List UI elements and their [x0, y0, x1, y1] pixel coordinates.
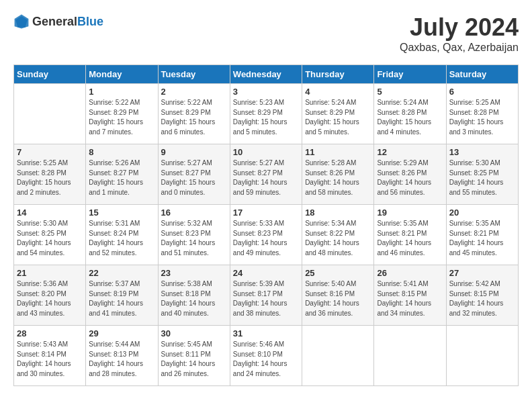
day-info: Sunrise: 5:29 AM Sunset: 8:26 PM Dayligh…: [377, 158, 443, 197]
calendar-cell: 16Sunrise: 5:32 AM Sunset: 8:23 PM Dayli…: [158, 205, 230, 265]
calendar-body: 1Sunrise: 5:22 AM Sunset: 8:29 PM Daylig…: [14, 84, 519, 386]
calendar-cell: 17Sunrise: 5:33 AM Sunset: 8:23 PM Dayli…: [230, 205, 302, 265]
day-number: 26: [377, 268, 443, 278]
calendar-week-1: 1Sunrise: 5:22 AM Sunset: 8:29 PM Daylig…: [14, 84, 519, 144]
day-number: 3: [233, 87, 299, 97]
day-number: 21: [17, 268, 83, 278]
day-number: 22: [89, 268, 154, 278]
day-info: Sunrise: 5:24 AM Sunset: 8:28 PM Dayligh…: [377, 98, 443, 137]
day-number: 27: [449, 268, 515, 278]
day-number: 23: [161, 268, 227, 278]
page-header: GeneralBlue July 2024 Qaxbas, Qax, Azerb…: [13, 13, 519, 54]
calendar-cell: 31Sunrise: 5:46 AM Sunset: 8:10 PM Dayli…: [230, 326, 302, 386]
calendar-cell: 8Sunrise: 5:26 AM Sunset: 8:27 PM Daylig…: [86, 144, 158, 205]
day-info: Sunrise: 5:30 AM Sunset: 8:25 PM Dayligh…: [449, 158, 515, 197]
day-info: Sunrise: 5:41 AM Sunset: 8:15 PM Dayligh…: [377, 279, 443, 318]
day-number: 7: [17, 147, 83, 157]
day-number: 15: [89, 208, 154, 218]
calendar-cell: 21Sunrise: 5:36 AM Sunset: 8:20 PM Dayli…: [14, 265, 86, 326]
day-number: 18: [305, 208, 371, 218]
calendar-table: SundayMondayTuesdayWednesdayThursdayFrid…: [13, 64, 519, 386]
day-number: 9: [161, 147, 227, 157]
day-number: 17: [233, 208, 299, 218]
day-info: Sunrise: 5:28 AM Sunset: 8:26 PM Dayligh…: [305, 158, 371, 197]
calendar-week-5: 28Sunrise: 5:43 AM Sunset: 8:14 PM Dayli…: [14, 326, 519, 386]
day-number: 28: [17, 328, 83, 338]
calendar-cell: [302, 326, 374, 386]
day-info: Sunrise: 5:24 AM Sunset: 8:29 PM Dayligh…: [305, 98, 371, 137]
calendar-cell: 15Sunrise: 5:31 AM Sunset: 8:24 PM Dayli…: [86, 205, 158, 265]
day-number: 16: [161, 208, 227, 218]
day-number: 8: [89, 147, 154, 157]
calendar-cell: 25Sunrise: 5:40 AM Sunset: 8:16 PM Dayli…: [302, 265, 374, 326]
calendar-cell: 20Sunrise: 5:35 AM Sunset: 8:21 PM Dayli…: [446, 205, 518, 265]
weekday-header-row: SundayMondayTuesdayWednesdayThursdayFrid…: [14, 65, 519, 84]
day-info: Sunrise: 5:38 AM Sunset: 8:18 PM Dayligh…: [161, 279, 227, 318]
day-info: Sunrise: 5:27 AM Sunset: 8:27 PM Dayligh…: [233, 158, 299, 197]
day-info: Sunrise: 5:25 AM Sunset: 8:28 PM Dayligh…: [17, 158, 83, 197]
calendar-week-3: 14Sunrise: 5:30 AM Sunset: 8:25 PM Dayli…: [14, 205, 519, 265]
calendar-cell: 23Sunrise: 5:38 AM Sunset: 8:18 PM Dayli…: [158, 265, 230, 326]
day-info: Sunrise: 5:34 AM Sunset: 8:22 PM Dayligh…: [305, 219, 371, 258]
day-info: Sunrise: 5:35 AM Sunset: 8:21 PM Dayligh…: [377, 219, 443, 258]
day-info: Sunrise: 5:33 AM Sunset: 8:23 PM Dayligh…: [233, 219, 299, 258]
calendar-cell: 7Sunrise: 5:25 AM Sunset: 8:28 PM Daylig…: [14, 144, 86, 205]
weekday-friday: Friday: [374, 65, 446, 84]
weekday-thursday: Thursday: [302, 65, 374, 84]
calendar-cell: 18Sunrise: 5:34 AM Sunset: 8:22 PM Dayli…: [302, 205, 374, 265]
calendar-cell: 30Sunrise: 5:45 AM Sunset: 8:11 PM Dayli…: [158, 326, 230, 386]
calendar-cell: 24Sunrise: 5:39 AM Sunset: 8:17 PM Dayli…: [230, 265, 302, 326]
calendar-cell: 9Sunrise: 5:27 AM Sunset: 8:27 PM Daylig…: [158, 144, 230, 205]
calendar-cell: [14, 84, 86, 144]
day-number: 6: [449, 87, 515, 97]
calendar-cell: 2Sunrise: 5:22 AM Sunset: 8:29 PM Daylig…: [158, 84, 230, 144]
day-number: 12: [377, 147, 443, 157]
day-info: Sunrise: 5:43 AM Sunset: 8:14 PM Dayligh…: [17, 340, 83, 379]
day-number: 31: [233, 328, 299, 338]
day-info: Sunrise: 5:22 AM Sunset: 8:29 PM Dayligh…: [89, 98, 154, 137]
day-number: 24: [233, 268, 299, 278]
day-number: 20: [449, 208, 515, 218]
day-number: 10: [233, 147, 299, 157]
day-info: Sunrise: 5:39 AM Sunset: 8:17 PM Dayligh…: [233, 279, 299, 318]
logo-icon: [13, 13, 30, 30]
day-info: Sunrise: 5:46 AM Sunset: 8:10 PM Dayligh…: [233, 340, 299, 379]
calendar-cell: 14Sunrise: 5:30 AM Sunset: 8:25 PM Dayli…: [14, 205, 86, 265]
day-info: Sunrise: 5:30 AM Sunset: 8:25 PM Dayligh…: [17, 219, 83, 258]
day-number: 13: [449, 147, 515, 157]
day-number: 14: [17, 208, 83, 218]
calendar-cell: 13Sunrise: 5:30 AM Sunset: 8:25 PM Dayli…: [446, 144, 518, 205]
calendar-week-4: 21Sunrise: 5:36 AM Sunset: 8:20 PM Dayli…: [14, 265, 519, 326]
day-number: 1: [89, 87, 154, 97]
calendar-cell: 22Sunrise: 5:37 AM Sunset: 8:19 PM Dayli…: [86, 265, 158, 326]
day-number: 29: [89, 328, 154, 338]
calendar-cell: 10Sunrise: 5:27 AM Sunset: 8:27 PM Dayli…: [230, 144, 302, 205]
calendar-cell: [446, 326, 518, 386]
calendar-cell: 4Sunrise: 5:24 AM Sunset: 8:29 PM Daylig…: [302, 84, 374, 144]
weekday-tuesday: Tuesday: [158, 65, 230, 84]
day-number: 11: [305, 147, 371, 157]
logo-blue-text: Blue: [77, 15, 103, 28]
day-info: Sunrise: 5:45 AM Sunset: 8:11 PM Dayligh…: [161, 340, 227, 379]
day-info: Sunrise: 5:37 AM Sunset: 8:19 PM Dayligh…: [89, 279, 154, 318]
calendar-cell: 19Sunrise: 5:35 AM Sunset: 8:21 PM Dayli…: [374, 205, 446, 265]
calendar-cell: 1Sunrise: 5:22 AM Sunset: 8:29 PM Daylig…: [86, 84, 158, 144]
calendar-cell: 27Sunrise: 5:42 AM Sunset: 8:15 PM Dayli…: [446, 265, 518, 326]
weekday-wednesday: Wednesday: [230, 65, 302, 84]
weekday-saturday: Saturday: [446, 65, 518, 84]
day-info: Sunrise: 5:25 AM Sunset: 8:28 PM Dayligh…: [449, 98, 515, 137]
calendar-cell: 26Sunrise: 5:41 AM Sunset: 8:15 PM Dayli…: [374, 265, 446, 326]
calendar-cell: 12Sunrise: 5:29 AM Sunset: 8:26 PM Dayli…: [374, 144, 446, 205]
calendar-cell: [374, 326, 446, 386]
day-info: Sunrise: 5:27 AM Sunset: 8:27 PM Dayligh…: [161, 158, 227, 197]
day-number: 2: [161, 87, 227, 97]
day-info: Sunrise: 5:32 AM Sunset: 8:23 PM Dayligh…: [161, 219, 227, 258]
day-info: Sunrise: 5:42 AM Sunset: 8:15 PM Dayligh…: [449, 279, 515, 318]
calendar-week-2: 7Sunrise: 5:25 AM Sunset: 8:28 PM Daylig…: [14, 144, 519, 205]
day-info: Sunrise: 5:26 AM Sunset: 8:27 PM Dayligh…: [89, 158, 154, 197]
day-info: Sunrise: 5:22 AM Sunset: 8:29 PM Dayligh…: [161, 98, 227, 137]
logo-general-text: General: [32, 15, 77, 28]
title-block: July 2024 Qaxbas, Qax, Azerbaijan: [400, 13, 519, 54]
day-number: 19: [377, 208, 443, 218]
day-info: Sunrise: 5:40 AM Sunset: 8:16 PM Dayligh…: [305, 279, 371, 318]
